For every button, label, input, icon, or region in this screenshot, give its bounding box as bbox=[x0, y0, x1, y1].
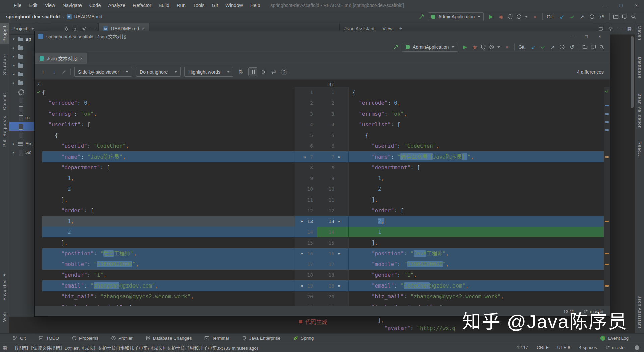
git-push-button[interactable]: ↗ bbox=[548, 43, 556, 51]
git-commit-check-icon[interactable] bbox=[540, 45, 545, 50]
breadcrumb-file[interactable]: README.md bbox=[74, 14, 102, 19]
chevron-icon[interactable]: ▸ bbox=[12, 72, 16, 76]
search-icon[interactable] bbox=[631, 14, 636, 19]
stripe-structure[interactable]: Structure bbox=[0, 51, 9, 78]
chevron-down-icon[interactable] bbox=[497, 46, 500, 48]
chevron-icon[interactable]: ▸ bbox=[12, 81, 16, 85]
tab-view[interactable]: View bbox=[380, 26, 394, 31]
dialog-close-button[interactable]: × bbox=[593, 31, 606, 41]
gear-icon[interactable] bbox=[608, 26, 613, 31]
next-difference-button[interactable]: ↓ bbox=[50, 69, 58, 75]
diff-right-code[interactable]: { "errcode": 0, "errmsg": "ok", "userlis… bbox=[349, 87, 604, 306]
toolwindow-button-spring[interactable]: Spring bbox=[293, 336, 314, 341]
search-icon[interactable] bbox=[599, 44, 604, 50]
run-button[interactable]: ▶ bbox=[487, 13, 495, 21]
diff-left-code[interactable]: { "errcode": 0, "errmsg": "ok", "userlis… bbox=[35, 87, 295, 306]
diff-left-gutter[interactable]: 123456»789101112»131415»161718»192021 bbox=[295, 87, 317, 306]
viewer-mode-select[interactable]: Side-by-side viewer bbox=[74, 67, 132, 77]
debug-bug-icon[interactable] bbox=[472, 44, 478, 50]
highlight-policy-select[interactable]: Highlight words bbox=[184, 67, 233, 77]
project-panel-title[interactable]: Project bbox=[12, 26, 28, 31]
stripe-web[interactable]: Web bbox=[0, 309, 9, 325]
toolwindow-button-database-changes[interactable]: Database Changes bbox=[146, 336, 192, 341]
stripe-commit[interactable]: Commit bbox=[0, 90, 9, 113]
git-rollback-button[interactable]: ↺ bbox=[598, 13, 606, 21]
chevron-icon[interactable]: ▸ bbox=[12, 54, 16, 59]
layout-grid-icon[interactable]: ▦ bbox=[627, 26, 632, 31]
stripe-database[interactable]: Database bbox=[635, 54, 644, 81]
chevron-icon[interactable]: ▸ bbox=[12, 150, 16, 155]
swap-sides-button[interactable]: ⇄ bbox=[270, 68, 277, 75]
build-hammer-icon[interactable] bbox=[419, 14, 425, 20]
menu-item-navigate[interactable]: Navigate bbox=[59, 3, 86, 8]
line-separator[interactable]: CRLF bbox=[537, 345, 548, 350]
stripe-mark[interactable] bbox=[605, 221, 609, 222]
maximize-button[interactable]: □ bbox=[613, 0, 629, 11]
stop-button[interactable]: ■ bbox=[503, 43, 511, 51]
chevron-down-icon[interactable] bbox=[525, 16, 528, 18]
indent-setting[interactable]: 4 spaces bbox=[579, 345, 597, 350]
diff-left-pane[interactable]: { "errcode": 0, "errmsg": "ok", "userlis… bbox=[35, 87, 295, 306]
stripe-json-assistant[interactable]: Json Assistant bbox=[635, 293, 644, 331]
apply-change-left-icon[interactable]: « bbox=[338, 218, 342, 224]
menu-item-run[interactable]: Run bbox=[173, 3, 190, 8]
git-commit-check-icon[interactable] bbox=[570, 14, 575, 19]
stripe-mark[interactable] bbox=[605, 129, 609, 131]
run-config-select[interactable]: AdminApplication bbox=[428, 12, 484, 21]
close-button[interactable]: × bbox=[629, 0, 644, 11]
diff-right-gutter[interactable]: 1234567«8910111213«141516«171819«2021 bbox=[317, 87, 349, 306]
menu-item-git[interactable]: Git bbox=[208, 3, 222, 8]
gear-icon[interactable] bbox=[82, 26, 87, 31]
chevron-icon[interactable]: ▾ bbox=[12, 37, 16, 41]
event-log-button[interactable]: 1 Event Log bbox=[600, 336, 644, 341]
toolwindow-button-java-enterprise[interactable]: Java Enterprise bbox=[241, 336, 280, 341]
stripe-mark[interactable] bbox=[605, 285, 609, 287]
hide-panel-icon[interactable]: — bbox=[618, 26, 623, 31]
dialog-maximize-button[interactable]: □ bbox=[580, 31, 593, 41]
menu-item-analyze[interactable]: Analyze bbox=[104, 3, 129, 8]
stripe-project[interactable]: Project bbox=[0, 23, 9, 44]
menu-item-tools[interactable]: Tools bbox=[190, 3, 208, 8]
git-branch-widget[interactable]: master bbox=[606, 345, 626, 350]
edit-pencil-icon[interactable] bbox=[61, 69, 67, 75]
stripe-maven[interactable]: Maven bbox=[635, 23, 644, 43]
apply-change-left-icon[interactable]: « bbox=[338, 251, 342, 257]
hide-panel-icon[interactable]: — bbox=[90, 26, 95, 31]
close-tab-icon[interactable]: × bbox=[142, 26, 145, 31]
chevron-icon[interactable]: ▸ bbox=[12, 46, 16, 50]
monitor-icon[interactable] bbox=[591, 44, 596, 50]
toolwindow-button-problems[interactable]: Problems bbox=[72, 336, 98, 341]
stripe-pull-requests[interactable]: Pull Requests bbox=[0, 113, 9, 149]
menu-item-view[interactable]: View bbox=[41, 3, 59, 8]
apply-change-right-icon[interactable]: » bbox=[300, 283, 305, 289]
stripe-mark[interactable] bbox=[605, 105, 609, 106]
status-message[interactable]: 【出错】【读取文件出错】D:\files\《成长》女护士长肖琳和儿子小东\《成长… bbox=[12, 344, 258, 351]
caret-position[interactable]: 12:17 bbox=[517, 345, 528, 350]
toolwindow-button-todo[interactable]: TODO bbox=[39, 336, 59, 341]
help-button[interactable]: ? bbox=[281, 69, 287, 75]
toolwindow-button-profiler[interactable]: Profiler bbox=[111, 336, 133, 341]
git-history-clock-icon[interactable] bbox=[589, 14, 595, 19]
float-window-icon[interactable] bbox=[598, 26, 603, 31]
menu-item-help[interactable]: Help bbox=[247, 3, 264, 8]
locate-icon[interactable] bbox=[64, 26, 69, 31]
apply-change-right-icon[interactable]: » bbox=[300, 251, 305, 257]
menu-item-file[interactable]: File bbox=[10, 3, 25, 8]
profiler-clock-icon[interactable] bbox=[516, 14, 522, 19]
run-button[interactable]: ▶ bbox=[461, 43, 469, 51]
build-hammer-icon[interactable] bbox=[393, 44, 399, 50]
menu-item-build[interactable]: Build bbox=[155, 3, 173, 8]
error-stripe[interactable] bbox=[604, 87, 610, 306]
coverage-shield-icon[interactable] bbox=[481, 44, 486, 50]
coverage-shield-icon[interactable] bbox=[507, 14, 513, 19]
file-encoding[interactable]: UTF-8 bbox=[557, 345, 570, 350]
chevron-down-icon[interactable] bbox=[31, 28, 34, 30]
menu-item-refactor[interactable]: Refactor bbox=[129, 3, 155, 8]
collapse-unchanged-button[interactable]: ⇅ bbox=[237, 68, 245, 75]
sync-scroll-toggle[interactable] bbox=[248, 67, 257, 76]
stripe-mark[interactable] bbox=[605, 264, 609, 265]
toolwindow-button-terminal[interactable]: Terminal bbox=[204, 336, 229, 341]
git-update-button[interactable]: ↙ bbox=[529, 43, 537, 51]
diff-settings-gear-icon[interactable] bbox=[261, 69, 266, 75]
apply-change-left-icon[interactable]: « bbox=[338, 154, 342, 160]
